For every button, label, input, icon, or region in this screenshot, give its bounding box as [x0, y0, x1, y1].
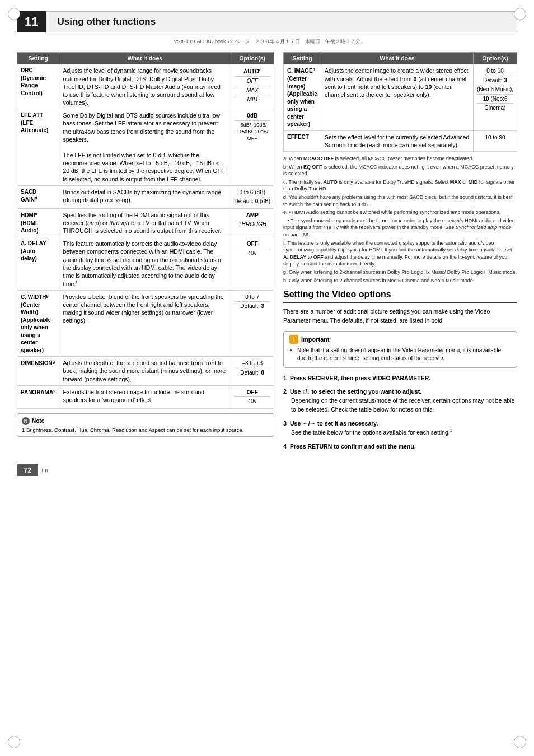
setting-effect: EFFECT — [284, 130, 321, 151]
left-settings-table: Setting What it does Option(s) DRC(Dynam… — [17, 52, 274, 408]
footnote-e: e. • HDMI Audio setting cannot be switch… — [283, 209, 517, 216]
important-item: Note that if a setting doesn't appear in… — [297, 347, 511, 362]
footnote-f: f. This feature is only available when t… — [283, 240, 517, 268]
table-row: DRC(DynamicRangeControl) Adjusts the lev… — [17, 64, 274, 109]
page-number: 72 — [17, 464, 38, 476]
header-bar: 11 Using other functions — [17, 11, 517, 32]
note-label: Note — [32, 418, 44, 424]
setting-dimension: DIMENSIONg — [17, 357, 59, 386]
options-adelay: OFF ON — [231, 237, 274, 291]
note-content: 1 Brightness, Contrast, Hue, Chroma, Res… — [22, 427, 269, 433]
corner-bl — [8, 736, 20, 748]
desc-hdmi: Specifies the routing of the HDMI audio … — [59, 208, 231, 237]
col-setting-right: Setting — [284, 53, 321, 64]
setting-cimage: C. IMAGEh(CenterImage)(Applicableonly wh… — [284, 64, 321, 130]
options-effect: 10 to 90 — [473, 130, 517, 151]
desc-panorama: Extends the front stereo image to includ… — [59, 385, 231, 408]
footnote-d: d. You shouldn't have any problems using… — [283, 194, 517, 208]
desc-effect: Sets the effect level for the currently … — [321, 130, 473, 151]
setting-lfe: LFE ATT(LFEAttenuate) — [17, 109, 59, 186]
col-whatdoes-left: What it does — [59, 53, 231, 64]
options-cimage: 0 to 10 Default: 3 (Neo:6 Music), 10 (Ne… — [473, 64, 517, 130]
options-lfe: 0dB –5dB/–10dB/–15dB/–20dB/OFF — [231, 109, 274, 186]
options-panorama: OFF ON — [231, 385, 274, 408]
options-dimension: –3 to +3 Default: 0 — [231, 357, 274, 386]
table-row: DIMENSIONg Adjusts the depth of the surr… — [17, 357, 274, 386]
table-row: LFE ATT(LFEAttenuate) Some Dolby Digital… — [17, 109, 274, 186]
desc-lfe: Some Dolby Digital and DTS audio sources… — [59, 109, 231, 186]
setting-drc: DRC(DynamicRangeControl) — [17, 64, 59, 109]
desc-drc: Adjusts the level of dynamic range for m… — [59, 64, 231, 109]
file-header: VSX-1018AH_KU.book 72 ページ ２０８年４月１７日 木曜日 … — [0, 38, 534, 45]
table-row: HDMIe(HDMIAudio) Specifies the routing o… — [17, 208, 274, 237]
corner-tr — [514, 8, 526, 20]
col-options-right: Option(s) — [473, 53, 517, 64]
important-box: ! Important Note that if a setting doesn… — [283, 331, 517, 368]
table-row: C. IMAGEh(CenterImage)(Applicableonly wh… — [284, 64, 517, 130]
setting-cwidth: C. WIDTHg(CenterWidth)(Applicableonly wh… — [17, 290, 59, 356]
desc-adelay: This feature automatically corrects the … — [59, 237, 231, 291]
important-list: Note that if a setting doesn't appear in… — [297, 347, 511, 362]
options-cwidth: 0 to 7 Default: 3 — [231, 290, 274, 356]
corner-tl — [8, 8, 20, 20]
page-footer: 72 En — [17, 464, 517, 476]
col-options-left: Option(s) — [231, 53, 274, 64]
desc-sacd: Brings out detail in SACDs by maximizing… — [59, 185, 231, 208]
step-3: 3 Use ←/→ to set it as necessary. See th… — [283, 419, 517, 437]
right-settings-table: Setting What it does Option(s) C. IMAGEh… — [283, 52, 517, 152]
footnote-b: b. When EQ OFF is selected, the MCACC in… — [283, 164, 517, 178]
step-4: 4 Press RETURN to confirm and exit the m… — [283, 442, 517, 451]
footnote-c: c. The initially set AUTO is only availa… — [283, 179, 517, 193]
important-label: Important — [301, 336, 330, 343]
important-title: ! Important — [289, 335, 511, 344]
section-intro: There are a number of additional picture… — [283, 307, 517, 325]
desc-cwidth: Provides a better blend of the front spe… — [59, 290, 231, 356]
right-column: Setting What it does Option(s) C. IMAGEh… — [283, 52, 517, 455]
main-content: Setting What it does Option(s) DRC(Dynam… — [17, 52, 517, 455]
setting-panorama: PANORAMAg — [17, 385, 59, 408]
desc-dimension: Adjusts the depth of the surround sound … — [59, 357, 231, 386]
options-drc: AUTOc OFF MAX MID — [231, 64, 274, 109]
footnote-a: a. When MCACC OFF is selected, all MCACC… — [283, 155, 517, 162]
desc-cimage: Adjusts the center image to create a wid… — [321, 64, 473, 130]
warning-icon: ! — [289, 335, 298, 344]
table-row: PANORAMAg Extends the front stereo image… — [17, 385, 274, 408]
note-title: N Note — [22, 417, 269, 425]
chapter-number: 11 — [17, 11, 46, 32]
col-whatdoes-right: What it does — [321, 53, 473, 64]
table-row: EFFECT Sets the effect level for the cur… — [284, 130, 517, 151]
chapter-title: Using other functions — [46, 11, 517, 32]
left-column: Setting What it does Option(s) DRC(Dynam… — [17, 52, 274, 455]
note-icon: N — [22, 417, 30, 425]
options-sacd: 0 to 6 (dB) Default: 0 (dB) — [231, 185, 274, 208]
footnote-g: g. Only when listening to 2-channel sour… — [283, 269, 517, 276]
page-lang: En — [41, 468, 48, 473]
col-setting-left: Setting — [17, 53, 59, 64]
step-2: 2 Use ↑/↓ to select the setting you want… — [283, 387, 517, 414]
corner-br — [514, 736, 526, 748]
table-row: C. WIDTHg(CenterWidth)(Applicableonly wh… — [17, 290, 274, 356]
step-1: 1 Press RECEIVER, then press VIDEO PARAM… — [283, 374, 517, 383]
footnote-h: h. Only when listening to 2-channel sour… — [283, 277, 517, 284]
footnote-e2: • The synchronized amp mode must be turn… — [283, 217, 517, 239]
setting-sacd: SACDGAINd — [17, 185, 59, 208]
section-heading: Setting the Video options — [283, 290, 517, 303]
table-row: A. DELAY(Autodelay) This feature automat… — [17, 237, 274, 291]
setting-adelay: A. DELAY(Autodelay) — [17, 237, 59, 291]
note-box: N Note 1 Brightness, Contrast, Hue, Chro… — [17, 413, 274, 437]
table-row: SACDGAINd Brings out detail in SACDs by … — [17, 185, 274, 208]
footnotes: a. When MCACC OFF is selected, all MCACC… — [283, 155, 517, 284]
setting-hdmi: HDMIe(HDMIAudio) — [17, 208, 59, 237]
options-hdmi: AMP THROUGH — [231, 208, 274, 237]
